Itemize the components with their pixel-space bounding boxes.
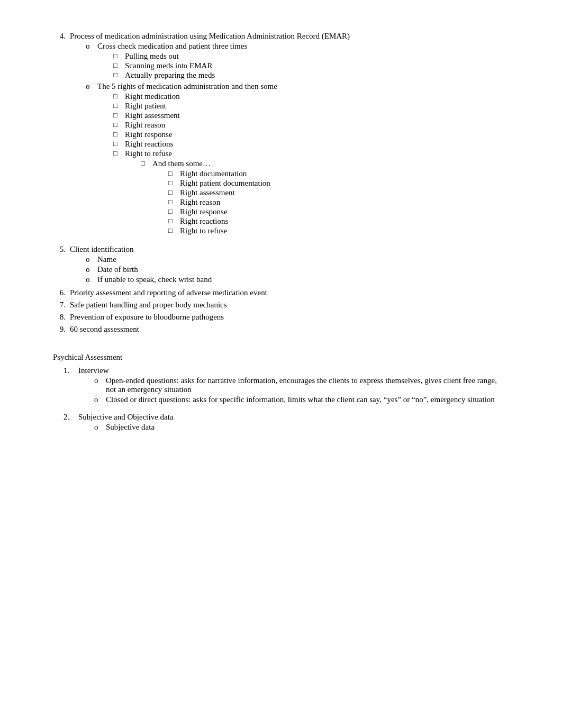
subjective-sub-1: o Subjective data [94, 423, 508, 432]
bullet-item: □ Right reason [113, 121, 508, 130]
o-marker: o [94, 376, 103, 394]
bullet2-marker: □ [141, 159, 149, 236]
item-4-sub-1-content: Cross check medication and patient three… [97, 42, 508, 81]
bullet-item: □ Right assessment [113, 111, 508, 120]
bullet3-text: Right assessment [180, 188, 508, 197]
item-7-number: 7. [53, 301, 66, 310]
bullet2-item: □ And them some… □ Right document [141, 159, 508, 236]
and-then-some-header: And them some… [152, 159, 211, 168]
item-5-subitems: o Name o Date of birth o If unable to sp… [86, 255, 508, 284]
item-8-number: 8. [53, 313, 66, 322]
bullet3-text: Right patient documentation [180, 179, 508, 188]
o-marker: o [86, 265, 94, 274]
bullet-marker: □ [113, 102, 122, 111]
item-4-sub-2: o The 5 rights of medication administrat… [86, 82, 508, 239]
bullet-item: □ Scanning meds into EMAR [113, 61, 508, 70]
rights-bullets: □ Right medication □ Right patient □ Rig… [113, 92, 508, 238]
bullet-text: Right reason [125, 121, 508, 130]
bullet3-marker: □ [168, 217, 177, 226]
o-marker: o [86, 275, 94, 284]
section-2-item-2-num: 2. [64, 413, 74, 433]
item-5-sub-2: o Date of birth [86, 265, 508, 274]
item-5-text: Client identification [70, 245, 133, 253]
interview-sub-1-text: Open-ended questions: asks for narrative… [106, 376, 508, 394]
bullet-text: Right response [125, 130, 508, 139]
item-9-text: 60 second assessment [70, 325, 508, 334]
bullet3-text: Right documentation [180, 169, 508, 178]
section-2-item-1-content: Interview o Open-ended questions: asks f… [78, 366, 508, 405]
interview-sub-2: o Closed or direct questions: asks for s… [94, 395, 508, 404]
bullet3-marker: □ [168, 188, 177, 197]
bullet-text: Right patient [125, 102, 508, 111]
bullet-text: Right to refuse [125, 149, 172, 158]
list-item-7: 7. Safe patient handling and proper body… [53, 301, 508, 310]
bullet-marker: □ [113, 140, 122, 149]
bullet3-item: □ Right reactions [168, 217, 508, 226]
item-4-sub-1-text: Cross check medication and patient three… [97, 42, 247, 50]
o-marker: o [86, 82, 94, 239]
item-4-sub-1: o Cross check medication and patient thr… [86, 42, 508, 81]
and-then-some-bullets: □ And them some… □ Right document [141, 159, 508, 236]
bullet-text: Actually preparing the meds [125, 71, 508, 80]
bullet-item: □ Pulling meds out [113, 52, 508, 61]
and-then-some-content: And them some… □ Right documentation [152, 159, 508, 236]
bullet-item: □ Right reactions [113, 140, 508, 149]
list-item-9: 9. 60 second assessment [53, 325, 508, 334]
o-marker: o [86, 255, 94, 264]
item-5-sub-1: o Name [86, 255, 508, 264]
list-item-8: 8. Prevention of exposure to bloodborne … [53, 313, 508, 322]
bullet-marker: □ [113, 92, 122, 101]
section-2-item-2: 2. Subjective and Objective data o Subje… [64, 413, 508, 433]
bullet3-item: □ Right documentation [168, 169, 508, 178]
bullet3-marker: □ [168, 226, 177, 235]
bullet3-item: □ Right reason [168, 198, 508, 207]
subjective-subitems: o Subjective data [94, 423, 508, 432]
bullet-marker: □ [113, 61, 122, 70]
bullet-text: Right reactions [125, 140, 508, 149]
bullet-marker: □ [113, 71, 122, 80]
right-to-refuse-content: Right to refuse □ And them some… [125, 149, 508, 238]
bullet-marker: □ [113, 52, 122, 61]
section-2-title: Psychical Assessment [53, 353, 508, 362]
bullet-text: Scanning meds into EMAR [125, 61, 508, 70]
bullet3-marker: □ [168, 198, 177, 207]
interview-subitems: o Open-ended questions: asks for narrati… [94, 376, 508, 404]
interview-sub-1: o Open-ended questions: asks for narrati… [94, 376, 508, 394]
bullet-item: □ Right patient [113, 102, 508, 111]
psychical-assessment-section: Psychical Assessment 1. Interview o Open… [53, 353, 508, 433]
item-6-number: 6. [53, 288, 66, 297]
item-5-sub-1-text: Name [97, 255, 508, 264]
bullet-text: Pulling meds out [125, 52, 508, 61]
bullet3-text: Right reactions [180, 217, 508, 226]
cross-check-bullets: □ Pulling meds out □ Scanning meds into … [113, 52, 508, 80]
item-4-text: Process of medication administration usi… [70, 32, 350, 40]
list-item-5: 5. Client identification o Name o Date o… [53, 245, 508, 285]
section-2-item-1-text: Interview [78, 366, 108, 375]
bullet-item: □ Right medication [113, 92, 508, 101]
interview-sub-2-text: Closed or direct questions: asks for spe… [106, 395, 508, 404]
bullet-item: □ Right response [113, 130, 508, 139]
item-4-content: Process of medication administration usi… [70, 32, 508, 240]
bullet3-marker: □ [168, 179, 177, 188]
bullet3-item: □ Right patient documentation [168, 179, 508, 188]
bullet3-item: □ Right assessment [168, 188, 508, 197]
o-marker: o [86, 42, 94, 81]
bullet-marker: □ [113, 121, 122, 130]
item-8-text: Prevention of exposure to bloodborne pat… [70, 313, 508, 322]
section-2-item-1-num: 1. [64, 366, 74, 405]
bullet-item: □ Right to refuse □ And them some… [113, 149, 508, 238]
bullet-marker: □ [113, 149, 122, 238]
bullet3-text: Right reason [180, 198, 508, 207]
section-2-item-2-text: Subjective and Objective data [78, 413, 174, 421]
bullet3-marker: □ [168, 169, 177, 178]
item-7-text: Safe patient handling and proper body me… [70, 301, 508, 310]
item-5-sub-3: o If unable to speak, check wrist band [86, 275, 508, 284]
bullet3-item: □ Right response [168, 207, 508, 216]
section-2-item-2-content: Subjective and Objective data o Subjecti… [78, 413, 508, 433]
bullet3-marker: □ [168, 207, 177, 216]
item-4-subitems: o Cross check medication and patient thr… [86, 42, 508, 239]
main-list: 4. Process of medication administration … [53, 32, 508, 334]
list-item-4: 4. Process of medication administration … [53, 32, 508, 240]
item-4-number: 4. [53, 32, 66, 240]
page-content: 4. Process of medication administration … [53, 32, 508, 433]
